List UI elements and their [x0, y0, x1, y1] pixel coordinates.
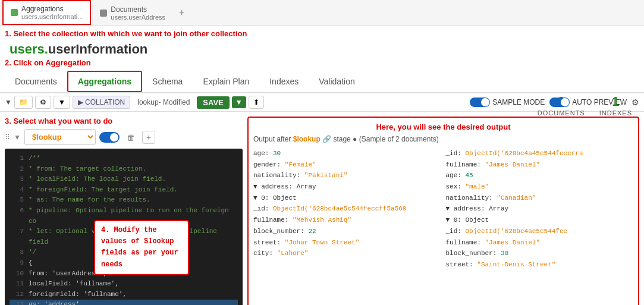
collection-header: users.userInformation 2 DOCUMENTS 1 INDE… — [0, 42, 644, 57]
doc-value: 22 — [308, 228, 316, 235]
expand-stage-icon: ▼ — [14, 133, 21, 142]
doc-value: "Canadian" — [497, 194, 536, 202]
save-button[interactable]: SAVE — [197, 96, 229, 109]
doc-key: ▼ 0: — [446, 216, 466, 224]
doc-value: ObjectId('628bc4ae5c544feccff5a568 — [273, 205, 406, 212]
line-number: 8 — [10, 247, 24, 258]
doc-key: gender: — [253, 161, 285, 168]
doc-line: _id: ObjectId('628bc4a45c544feccrrs — [446, 148, 634, 159]
nav-tab-schema[interactable]: Schema — [142, 71, 193, 92]
doc-key: nationality: — [253, 172, 304, 179]
doc-line: city: "Lahore" — [253, 248, 441, 259]
doc-value: "Saint-Denis Street" — [477, 261, 555, 268]
code-line: 2 * from: The target collection. — [10, 164, 238, 175]
line-number: 7 — [10, 227, 24, 247]
doc-value: "Mehvish Ashiq" — [293, 216, 351, 224]
doc-key: block_number: — [446, 250, 501, 257]
settings-button[interactable]: ⚙ — [35, 96, 51, 109]
stat-indexes-label: INDEXES — [599, 109, 632, 117]
nav-tab-indexes[interactable]: Indexes — [259, 71, 309, 92]
line-number: 11 — [10, 279, 24, 290]
delete-stage-button[interactable]: 🗑 — [123, 131, 139, 143]
tab-aggregations[interactable]: Aggregations users.userInformati... — [2, 0, 91, 25]
code-line: 4 * foreignField: The target join field. — [10, 185, 238, 196]
doc-key: age: — [253, 150, 273, 157]
stat-documents-label: DOCUMENTS — [538, 109, 585, 117]
doc-line: ▼ address: Array — [253, 181, 441, 193]
doc-line: fullname: "James Daniel" — [446, 159, 634, 171]
modified-label: lookup- Modified — [133, 96, 194, 108]
doc-value: 30 — [273, 150, 281, 157]
dropdown-button[interactable]: ▼ — [54, 96, 70, 109]
doc-key: _id: — [446, 228, 466, 235]
tab-bar: Aggregations users.userInformati... Docu… — [0, 0, 644, 26]
doc-line: street: "Saint-Denis Street" — [446, 259, 634, 271]
folder-button[interactable]: 📁 — [14, 96, 33, 109]
instruction-1: 1. Select the collection with which we w… — [0, 26, 644, 42]
right-header: Here, you will see the desired output — [253, 122, 633, 131]
doc-value: Array — [297, 183, 316, 190]
collection-main: userInformation — [48, 42, 147, 56]
tab-documents[interactable]: Documents users.userAddress — [92, 1, 173, 24]
doc-line: age: 30 — [253, 148, 441, 159]
doc-key: nationality: — [446, 194, 497, 202]
doc-line: fullname: "Mehvish Ashiq" — [253, 215, 441, 226]
doc-value: "Lahore" — [277, 250, 309, 257]
drag-handle: ⠿ — [5, 133, 10, 142]
add-stage-button[interactable]: + — [142, 131, 155, 144]
doc-value: "James Daniel" — [485, 239, 540, 246]
doc-value: "Johar Town Street" — [285, 239, 359, 246]
line-text: */ — [29, 247, 36, 258]
tab-aggregations-label: Aggregations — [21, 5, 83, 13]
collation-tag[interactable]: ▶ COLLATION — [73, 96, 130, 109]
doc-line: street: "Johar Town Street" — [253, 237, 441, 249]
line-number: 9 — [10, 258, 24, 269]
sample-mode-toggle[interactable]: SAMPLE MODE — [470, 98, 545, 107]
code-line: 1/** — [10, 153, 238, 164]
output-link-icon[interactable]: 🔗 — [322, 135, 331, 143]
code-line: 12 foreignField: 'fullname', — [10, 290, 238, 300]
doc-line: sex: "male" — [446, 181, 634, 193]
doc-value: "male" — [466, 183, 489, 190]
modify-callout: 4. Modify the values of $lookup fields a… — [94, 220, 189, 275]
save-arrow-button[interactable]: ▼ — [232, 96, 246, 108]
doc-key: sex: — [446, 183, 466, 190]
doc-key: fullname: — [446, 239, 485, 246]
doc-line: ▼ address: Array — [446, 203, 634, 215]
output-stage-suffix: stage — [333, 135, 350, 143]
doc-key: ▼ address: — [253, 183, 297, 190]
line-number: 5 — [10, 195, 24, 206]
nav-tab-explain-plan[interactable]: Explain Plan — [193, 71, 259, 92]
doc-value: ObjectId('628bc4a45c544feccrrs — [466, 150, 583, 157]
expand-icon: ▼ — [5, 98, 12, 106]
gear-icon[interactable]: ⚙ — [632, 98, 639, 107]
line-number: 12 — [10, 290, 24, 300]
main-area: 3. Select what you want to do ⠿ ▼ $looku… — [0, 112, 644, 305]
export-button[interactable]: ⬆ — [249, 96, 264, 109]
nav-tab-documents[interactable]: Documents — [5, 71, 67, 92]
line-number: 4 — [10, 185, 24, 196]
doc-key: _id: — [253, 205, 273, 212]
code-line: 3 * localField: The local join field. — [10, 174, 238, 185]
nav-tab-validation[interactable]: Validation — [309, 71, 365, 92]
doc-key: age: — [446, 172, 466, 179]
code-editor[interactable]: 1/**2 * from: The target collection.3 * … — [5, 149, 243, 305]
tab-aggregations-content: Aggregations users.userInformati... — [21, 5, 83, 20]
doc-value: Object — [466, 216, 489, 224]
nav-tab-aggregations[interactable]: Aggregations — [67, 71, 142, 92]
doc-value: "Pakistani" — [304, 172, 348, 179]
add-tab-button[interactable]: + — [174, 5, 189, 20]
tab-documents-sublabel: users.userAddress — [111, 14, 165, 21]
line-number: 1 — [10, 153, 24, 164]
line-text: as: 'address' — [29, 300, 80, 305]
tab-documents-label: Documents — [111, 5, 165, 14]
stage-toggle[interactable] — [99, 132, 120, 143]
doc-line: ▼ 0: Object — [446, 215, 634, 226]
stage-select[interactable]: $lookup — [24, 129, 96, 145]
code-line: 13 as: 'address' — [10, 300, 238, 305]
code-line: 11 localField: 'fullname', — [10, 279, 238, 290]
tab-aggregations-sublabel: users.userInformati... — [21, 13, 83, 20]
stat-indexes-number: 1 — [599, 94, 632, 109]
doc-key: block_number: — [253, 228, 308, 235]
line-text: * foreignField: The target join field. — [29, 185, 178, 196]
